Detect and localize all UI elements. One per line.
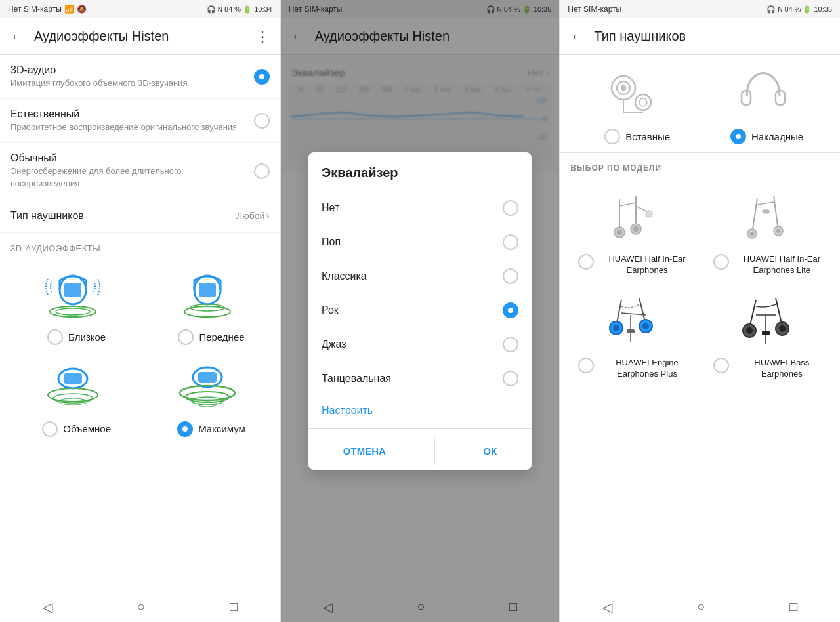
model-bass[interactable]: HUAWEI Bass Earphones bbox=[705, 287, 830, 380]
radio-dialog-classic[interactable] bbox=[503, 268, 518, 284]
headphone-icon-3: 🎧 bbox=[766, 5, 776, 14]
status-left: Нет SIM-карты 📶 🔕 bbox=[8, 5, 87, 14]
effect-surround[interactable]: Объемное bbox=[10, 356, 135, 437]
effects-grid: Близкое bbox=[0, 259, 280, 442]
svg-point-14 bbox=[48, 388, 98, 402]
signal-icon: 📶 bbox=[64, 5, 74, 14]
svg-point-51 bbox=[613, 325, 620, 331]
item-natural[interactable]: Естественный Приоритетное воспроизведени… bbox=[0, 99, 280, 143]
model-half-inear-lite[interactable]: HUAWEI Half In-Ear Earphones Lite bbox=[705, 183, 830, 276]
svg-point-29 bbox=[639, 98, 647, 106]
content-1: 3D-аудио Имитация глубокого объемного 3D… bbox=[0, 55, 280, 591]
effect-front-label: Переднее bbox=[199, 331, 244, 342]
recent-nav-btn-1[interactable]: □ bbox=[214, 594, 253, 619]
option-pop-label: Поп bbox=[322, 236, 341, 248]
radio-half-inear[interactable] bbox=[578, 254, 594, 270]
radio-dialog-dance[interactable] bbox=[503, 371, 518, 386]
headphone-icon: 🎧 bbox=[207, 5, 216, 14]
radio-over[interactable] bbox=[730, 129, 746, 144]
item-3d-audio[interactable]: 3D-аудио Имитация глубокого объемного 3D… bbox=[0, 55, 280, 99]
effect-max[interactable]: Максимум bbox=[145, 356, 269, 437]
model-half-inear[interactable]: HUAWEI Half In-Ear Earphones bbox=[570, 183, 694, 276]
dialog-option-classic[interactable]: Классика bbox=[308, 259, 532, 293]
item-natural-sub: Приоритетное воспроизведение оригинально… bbox=[10, 121, 246, 133]
bottom-nav-1: ◁ ○ □ bbox=[0, 591, 280, 622]
radio-dialog-none[interactable] bbox=[503, 200, 518, 216]
headphone-nav[interactable]: Тип наушников Любой › bbox=[0, 199, 280, 233]
svg-rect-57 bbox=[627, 329, 635, 333]
model-grid: HUAWEI Half In-Ear Earphones bbox=[560, 178, 840, 385]
option-none-label: Нет bbox=[322, 202, 339, 214]
status-right-3: 🎧 N 84 % 🔋 10:35 bbox=[766, 5, 832, 14]
dialog-option-rock[interactable]: Рок bbox=[308, 293, 532, 327]
back-nav-btn-3[interactable]: ◁ bbox=[587, 594, 628, 620]
half-inear-lite-svg bbox=[738, 186, 797, 245]
model-bass-name: HUAWEI Bass Earphones bbox=[734, 358, 830, 380]
battery-icon-3: 🔋 bbox=[803, 5, 812, 14]
earphone-type-section: Вставные Накладные bbox=[560, 55, 840, 153]
item-3d-audio-sub: Имитация глубокого объемного 3D-звучания bbox=[10, 77, 246, 89]
radio-close[interactable] bbox=[47, 329, 63, 345]
radio-max[interactable] bbox=[177, 421, 193, 437]
radio-natural[interactable] bbox=[254, 113, 270, 129]
overear-icon bbox=[734, 63, 793, 122]
home-nav-btn-1[interactable]: ○ bbox=[121, 594, 161, 619]
dialog-customize-link[interactable]: Настроить bbox=[308, 396, 532, 426]
dialog-divider bbox=[308, 428, 532, 429]
radio-dialog-pop[interactable] bbox=[503, 234, 518, 250]
radio-engine-plus[interactable] bbox=[578, 358, 594, 373]
model-engine-plus-name: HUAWEI Engine Earphones Plus bbox=[599, 358, 694, 380]
item-3d-audio-title: 3D-аудио bbox=[10, 64, 246, 76]
model-half-inear-lite-img bbox=[734, 183, 800, 249]
radio-front[interactable] bbox=[178, 329, 194, 345]
option-rock-label: Рок bbox=[322, 304, 339, 316]
effect-front[interactable]: Переднее bbox=[145, 264, 269, 345]
dialog-option-jazz[interactable]: Джаз bbox=[308, 327, 532, 362]
item-normal-sub: Энергосбережение для более длительного в… bbox=[10, 165, 246, 189]
model-half-inear-name: HUAWEI Half In-Ear Earphones bbox=[599, 254, 694, 276]
chevron-right-icon: › bbox=[266, 210, 269, 222]
radio-dialog-rock[interactable] bbox=[503, 302, 518, 318]
model-half-inear-lite-name: HUAWEI Half In-Ear Earphones Lite bbox=[734, 254, 830, 276]
bottom-nav-3: ◁ ○ □ bbox=[560, 591, 840, 622]
dialog-option-dance[interactable]: Танцевальная bbox=[308, 362, 532, 396]
back-nav-btn-1[interactable]: ◁ bbox=[27, 594, 68, 620]
dialog-cancel-btn[interactable]: ОТМЕНА bbox=[322, 438, 407, 465]
radio-surround[interactable] bbox=[42, 421, 58, 437]
page-title-1: Аудиоэффекты Histen bbox=[34, 29, 255, 44]
radio-bass[interactable] bbox=[713, 358, 729, 373]
radio-normal[interactable] bbox=[254, 163, 270, 179]
svg-point-25 bbox=[621, 85, 626, 91]
effect-close[interactable]: Близкое bbox=[10, 264, 135, 345]
effects-3d-header: 3D-АУДИОЭФФЕКТЫ bbox=[0, 233, 280, 259]
radio-dialog-jazz[interactable] bbox=[503, 337, 518, 352]
dialog-option-pop[interactable]: Поп bbox=[308, 225, 532, 259]
radio-inear[interactable] bbox=[604, 129, 620, 144]
battery-icon: 🔋 bbox=[243, 5, 252, 14]
home-nav-btn-3[interactable]: ○ bbox=[681, 594, 721, 619]
svg-line-38 bbox=[620, 203, 636, 206]
radio-half-inear-lite[interactable] bbox=[713, 254, 729, 270]
more-button-1[interactable]: ⋮ bbox=[255, 28, 270, 45]
nfc-icon: N bbox=[218, 6, 222, 13]
item-normal-title: Обычный bbox=[10, 152, 246, 164]
item-normal[interactable]: Обычный Энергосбережение для более длите… bbox=[0, 143, 280, 199]
earphone-inear[interactable]: Вставные bbox=[597, 63, 670, 144]
status-left-3: Нет SIM-карты bbox=[568, 5, 621, 14]
item-natural-title: Естественный bbox=[10, 108, 246, 120]
svg-point-28 bbox=[635, 94, 651, 110]
model-engine-plus[interactable]: HUAWEI Engine Earphones Plus bbox=[570, 287, 694, 380]
radio-3d-audio[interactable] bbox=[254, 69, 270, 85]
option-classic-label: Классика bbox=[322, 270, 367, 282]
back-button-3[interactable]: ← bbox=[570, 29, 583, 44]
equalizer-dialog: Эквалайзер Нет Поп Классика Рок bbox=[308, 152, 532, 470]
back-button-1[interactable]: ← bbox=[10, 29, 24, 44]
inear-label: Вставные bbox=[625, 131, 670, 142]
model-engine-plus-img bbox=[600, 287, 665, 352]
recent-nav-btn-3[interactable]: □ bbox=[774, 594, 813, 619]
effect-max-label: Максимум bbox=[198, 423, 245, 434]
svg-rect-13 bbox=[64, 373, 82, 384]
dialog-ok-btn[interactable]: ОК bbox=[462, 438, 518, 465]
earphone-over[interactable]: Накладные bbox=[723, 63, 803, 144]
dialog-option-none[interactable]: Нет bbox=[308, 191, 532, 225]
